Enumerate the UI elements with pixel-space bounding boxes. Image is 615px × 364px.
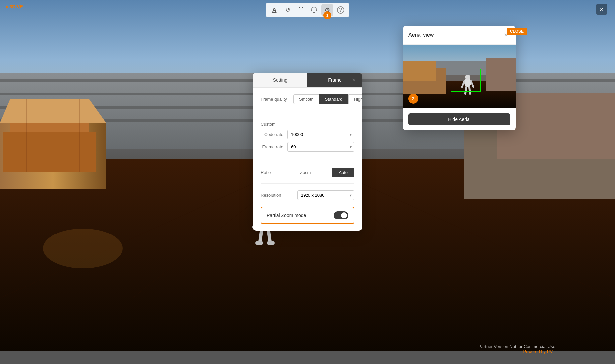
ratio-section: Ratio Zoom Auto	[261, 168, 354, 184]
watermark: Partner Version Not for Commercial Use P…	[478, 344, 555, 354]
settings-badge: 1	[323, 11, 331, 19]
refresh-button[interactable]: ↺	[282, 4, 294, 16]
brand-name: 3DIVE	[9, 4, 23, 9]
frame-rate-select[interactable]: 60	[287, 142, 354, 152]
aerial-close-button[interactable]: × CLOSE	[501, 30, 510, 40]
frame-quality-row: Frame quality Smooth Standard High	[261, 94, 354, 104]
frame-quality-label: Frame quality	[261, 97, 291, 102]
resolution-section: Resolution 1920 x 1080 ▾	[261, 190, 354, 200]
aerial-badge-2: 2	[408, 94, 418, 104]
aerial-panel: Aerial view × CLOSE	[403, 26, 516, 130]
fullscreen-button[interactable]: ⛶	[295, 4, 307, 16]
settings-button-wrapper: ⚙ 1	[321, 4, 333, 16]
quality-smooth-button[interactable]: Smooth	[293, 94, 319, 104]
code-rate-row: Code rate 10000 ▾	[261, 130, 354, 139]
partial-zoom-section: Partial Zoom mode	[261, 207, 354, 224]
frame-rate-row: Frame rate 60 ▾	[261, 142, 354, 152]
brand-logo: ● 3DIVE	[5, 4, 23, 9]
svg-point-29	[255, 241, 263, 245]
svg-rect-15	[10, 99, 89, 152]
partial-zoom-toggle[interactable]	[334, 211, 348, 219]
settings-dialog: Setting Frame × Frame quality Smooth Sta…	[253, 73, 362, 231]
text-tool-button[interactable]: A	[268, 4, 280, 16]
quality-standard-button[interactable]: Standard	[319, 94, 348, 104]
ratio-row: Ratio Zoom Auto	[261, 168, 354, 177]
watermark-line2: Powered by PVT	[478, 349, 555, 354]
main-close-button[interactable]: ×	[596, 4, 607, 15]
partial-zoom-label: Partial Zoom mode	[267, 213, 306, 218]
aerial-view-svg	[403, 45, 516, 108]
auto-button[interactable]: Auto	[332, 168, 354, 177]
watermark-line1: Partner Version Not for Commercial Use	[478, 344, 555, 349]
close-badge-label: CLOSE	[507, 28, 527, 35]
svg-line-41	[465, 87, 466, 94]
hide-aerial-button[interactable]: Hide Aerial	[408, 113, 510, 125]
quality-high-button[interactable]: High	[348, 94, 362, 104]
main-toolbar: A ↺ ⛶ ⓘ ⚙ 1 ?	[266, 3, 349, 17]
info-button[interactable]: ⓘ	[308, 4, 320, 16]
ratio-label: Ratio	[261, 170, 291, 175]
resolution-label: Resolution	[261, 193, 291, 198]
zoom-label: Zoom	[300, 170, 311, 175]
frame-quality-section: Frame quality Smooth Standard High	[261, 94, 354, 115]
quality-buttons-group: Smooth Standard High	[293, 94, 362, 104]
svg-rect-35	[403, 61, 436, 81]
dialog-header: Setting Frame ×	[253, 73, 362, 88]
svg-rect-14	[0, 123, 106, 189]
svg-line-27	[260, 229, 262, 242]
resolution-select[interactable]: 1920 x 1080	[297, 190, 354, 200]
aerial-panel-footer: Hide Aerial	[403, 108, 516, 130]
svg-rect-36	[486, 58, 516, 91]
resolution-select-wrapper: 1920 x 1080 ▾	[297, 190, 354, 200]
svg-point-13	[43, 229, 123, 268]
svg-marker-17	[0, 99, 106, 123]
custom-section: Custom Code rate 10000 ▾ Frame rate 60	[261, 122, 354, 161]
tab-setting[interactable]: Setting	[253, 73, 308, 87]
svg-rect-16	[3, 132, 96, 172]
svg-point-30	[267, 241, 275, 245]
dialog-close-button[interactable]: ×	[349, 76, 358, 85]
frame-rate-label: Frame rate	[261, 144, 287, 149]
toggle-slider	[334, 211, 348, 219]
svg-line-28	[268, 229, 270, 242]
code-rate-select[interactable]: 10000	[287, 130, 354, 139]
dialog-body: Frame quality Smooth Standard High Custo…	[253, 88, 362, 231]
code-rate-label: Code rate	[261, 132, 287, 137]
aerial-view-image: 2	[403, 45, 516, 108]
frame-rate-select-wrapper: 60 ▾	[287, 142, 354, 152]
code-rate-select-wrapper: 10000 ▾	[287, 130, 354, 139]
aerial-panel-header: Aerial view × CLOSE	[403, 26, 516, 45]
svg-point-38	[465, 75, 470, 80]
brand-icon: ●	[5, 4, 8, 9]
svg-line-42	[469, 87, 470, 94]
custom-label: Custom	[261, 122, 354, 127]
help-button[interactable]: ?	[335, 4, 347, 16]
aerial-panel-title: Aerial view	[408, 32, 434, 38]
